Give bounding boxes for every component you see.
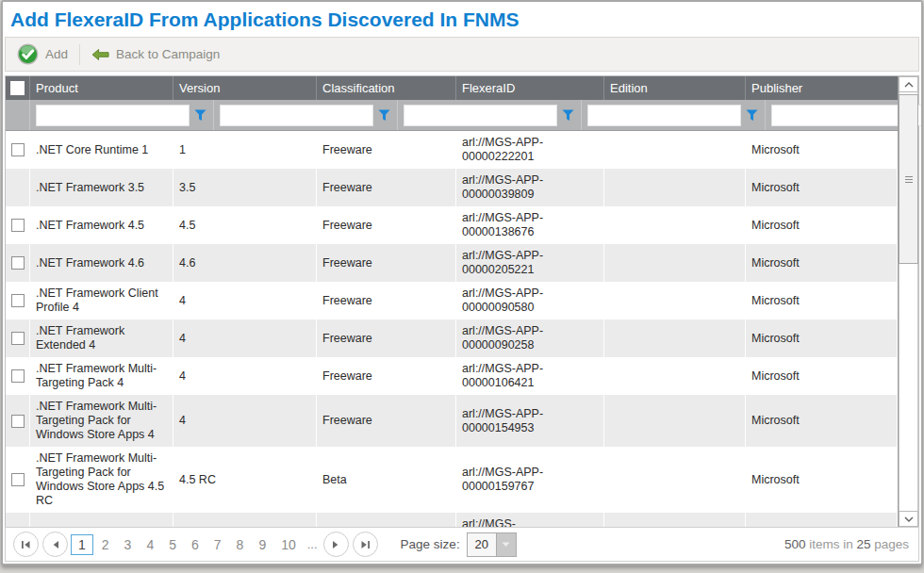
cell-publisher: Microsoft — [751, 414, 891, 428]
pages-count: 25 — [856, 537, 870, 551]
items-count: 500 — [784, 537, 806, 551]
cell-version: 1 — [179, 143, 310, 157]
column-header-product[interactable]: Product — [30, 76, 173, 100]
pager-page[interactable]: 6 — [185, 535, 206, 554]
cell-version: 4 — [179, 414, 310, 428]
first-page-icon[interactable] — [13, 532, 39, 557]
prev-page-icon[interactable] — [42, 532, 68, 557]
add-button[interactable]: Add — [11, 41, 74, 68]
row-checkbox[interactable] — [11, 369, 25, 383]
filter-input-product[interactable] — [36, 105, 190, 126]
cell-publisher: Microsoft — [751, 473, 891, 487]
cell-classification: Freeware — [322, 219, 450, 233]
cell-flexeraid: arl://MGS-APP-00000090580 — [462, 286, 598, 315]
page-size-dropdown[interactable]: 20 — [467, 532, 517, 557]
table-row-partial[interactable]: arl://MGS- — [6, 513, 898, 527]
pager-page[interactable]: 7 — [207, 535, 228, 554]
pager-page[interactable]: 4 — [140, 535, 160, 554]
empty-checkbox-cell — [6, 513, 30, 527]
row-checkbox[interactable] — [11, 294, 25, 307]
items-text: items in — [805, 537, 856, 551]
pager-ellipsis[interactable]: ... — [307, 537, 318, 551]
cell-publisher: Microsoft — [751, 219, 891, 233]
table-row[interactable]: .NET Framework 4.5 4.5 Freeware arl://MG… — [6, 206, 898, 244]
select-all-checkbox[interactable] — [10, 81, 25, 95]
table-row[interactable]: .NET Framework 3.5 3.5 Freeware arl://MG… — [6, 169, 898, 206]
table-row[interactable]: .NET Framework Client Profile 4 4 Freewa… — [6, 282, 898, 319]
filter-input-classification[interactable] — [404, 105, 557, 126]
add-button-label: Add — [45, 47, 68, 61]
scrollbar-thumb[interactable] — [899, 94, 918, 264]
app-window: Add FlexeraID From Applications Discover… — [1, 0, 923, 565]
cell-classification: Freeware — [322, 414, 450, 428]
filter-cell-empty — [6, 100, 30, 130]
pager-page[interactable]: 5 — [162, 535, 183, 554]
table-row[interactable]: .NET Framework Multi-Targeting Pack 4 4 … — [6, 357, 898, 395]
cell-classification: Freeware — [322, 143, 450, 157]
pager-page[interactable]: 9 — [252, 535, 272, 554]
page-size-value: 20 — [468, 533, 496, 556]
back-to-campaign-button[interactable]: Back to Campaign — [86, 44, 225, 64]
next-page-icon[interactable] — [323, 532, 349, 557]
pager-page-current[interactable]: 1 — [71, 534, 93, 555]
funnel-icon[interactable] — [194, 109, 207, 122]
pages-text: pages — [870, 537, 909, 551]
pager-page[interactable]: 2 — [95, 535, 116, 554]
funnel-icon[interactable] — [562, 109, 575, 122]
cell-version: 4 — [179, 294, 310, 308]
table-row[interactable]: .NET Framework Multi-Targeting Pack for … — [6, 447, 898, 513]
table-row[interactable]: .NET Framework Multi-Targeting Pack for … — [6, 395, 898, 447]
funnel-icon[interactable] — [378, 109, 391, 122]
cell-product: .NET Framework 3.5 — [36, 181, 167, 195]
cell-flexeraid: arl://MGS-APP-00000106421 — [462, 362, 598, 390]
table-row[interactable]: .NET Core Runtime 1 1 Freeware arl://MGS… — [6, 131, 898, 169]
column-header-edition[interactable]: Edition — [604, 76, 746, 100]
row-checkbox[interactable] — [11, 473, 25, 486]
pager-page[interactable]: 8 — [230, 535, 251, 554]
cell-flexeraid: arl://MGS-APP-00000154953 — [462, 407, 598, 435]
grid-header-row: Product Version Classification FlexeraID… — [6, 76, 898, 100]
cell-product: .NET Framework 4.5 — [36, 219, 167, 233]
cell-version: 4.6 — [179, 256, 310, 270]
scroll-up-icon[interactable] — [899, 76, 918, 92]
cell-product: .NET Framework Multi-Targeting Pack 4 — [36, 362, 167, 390]
cell-flexeraid: arl://MGS-APP-00000090258 — [462, 324, 598, 352]
filter-input-flexeraid[interactable] — [587, 105, 741, 126]
back-left-arrow-icon — [91, 48, 109, 61]
cell-version: 3.5 — [179, 181, 310, 195]
funnel-icon[interactable] — [746, 109, 759, 122]
row-checkbox[interactable] — [11, 415, 25, 428]
toolbar-divider — [79, 44, 80, 65]
cell-version: 4 — [179, 369, 310, 384]
empty-checkbox-cell — [6, 169, 30, 206]
scroll-down-icon[interactable] — [899, 511, 918, 527]
applications-grid: Product Version Classification FlexeraID… — [5, 75, 919, 527]
row-checkbox[interactable] — [11, 219, 25, 232]
cell-classification: Freeware — [322, 332, 450, 346]
cell-classification: Freeware — [322, 181, 450, 195]
last-page-icon[interactable] — [353, 532, 378, 557]
cell-product: .NET Framework Client Profile 4 — [36, 286, 167, 315]
column-header-version[interactable]: Version — [173, 76, 317, 100]
column-header-flexeraid[interactable]: FlexeraID — [456, 76, 604, 100]
cell-version: 4.5 — [179, 219, 310, 233]
pager-page[interactable]: 10 — [274, 535, 303, 554]
row-checkbox[interactable] — [11, 332, 25, 345]
chevron-down-icon[interactable] — [496, 533, 516, 556]
filter-input-version[interactable] — [220, 105, 373, 126]
pager: 1 2 3 4 5 6 7 8 9 10 ... Page size: 20 5… — [5, 527, 919, 562]
title-bar: Add FlexeraID From Applications Discover… — [3, 2, 921, 36]
scrollbar-track[interactable] — [899, 92, 918, 511]
vertical-scrollbar[interactable] — [898, 76, 918, 527]
cell-product: .NET Framework Multi-Targeting Pack for … — [36, 451, 167, 508]
table-row[interactable]: .NET Framework 4.6 4.6 Freeware arl://MG… — [6, 244, 898, 282]
row-checkbox[interactable] — [11, 256, 25, 270]
row-checkbox[interactable] — [11, 143, 25, 156]
scrollbar-grip-icon — [905, 174, 913, 185]
table-row[interactable]: .NET Framework Extended 4 4 Freeware arl… — [6, 319, 898, 357]
column-header-classification[interactable]: Classification — [317, 76, 456, 100]
cell-classification: Freeware — [322, 369, 450, 384]
pager-page[interactable]: 3 — [118, 535, 139, 554]
column-header-publisher[interactable]: Publisher — [746, 76, 898, 100]
header-select-all-cell — [6, 76, 30, 100]
